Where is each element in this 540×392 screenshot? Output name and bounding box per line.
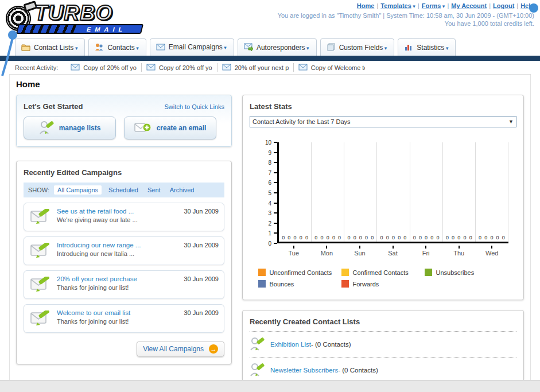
tab-contact-lists[interactable]: Contact Lists ▾: [15, 38, 85, 56]
campaign-title-link[interactable]: Welcome to our email list: [57, 309, 179, 316]
turbo-email-dashboard: TURBO EMAIL Home|Templates ▾|Forms ▾|My …: [0, 0, 540, 392]
help-bubble-icon[interactable]: [529, 3, 538, 13]
autoresponder-icon: [244, 43, 253, 51]
filter-scheduled[interactable]: Scheduled: [108, 187, 138, 193]
envelope-pencil-icon: [30, 277, 51, 294]
bar-value-label: 0: [413, 235, 416, 240]
campaign-text: See us at the retail food ...We're givin…: [57, 208, 179, 223]
legend-item-forwards: Forwards: [341, 280, 425, 288]
campaign-date: 30 Jun 2009: [184, 309, 219, 316]
show-filter-label: SHOW:: [28, 187, 49, 193]
x-axis-day: Sun: [343, 250, 376, 257]
logo-email-label: EMAIL: [75, 26, 142, 33]
create-an-email-button[interactable]: create an email: [124, 117, 216, 139]
campaign-subtitle: Thanks for joining our list!: [57, 284, 179, 291]
switch-quick-links-link[interactable]: Switch to Quick Links: [164, 103, 224, 110]
filter-sent[interactable]: Sent: [147, 187, 161, 193]
y-axis-tick-label: 10: [265, 139, 271, 146]
manage-lists-button[interactable]: manage lists: [24, 117, 116, 139]
bar-value-label: 0: [380, 235, 383, 240]
nav-link-home[interactable]: Home: [357, 2, 375, 9]
bar-value-labels: 00000: [279, 235, 311, 240]
filter-all-campaigns[interactable]: All Campaigns: [54, 185, 102, 195]
contact-list-name-link[interactable]: Exhibition List: [270, 341, 311, 348]
filter-archived[interactable]: Archived: [170, 187, 195, 193]
header-top-right: Home|Templates ▾|Forms ▾|My Account|Logo…: [278, 2, 534, 27]
recent-activity-item[interactable]: Copy of 20% off yo: [66, 63, 142, 72]
y-axis-tick-label: 5: [268, 190, 271, 196]
chart-day-group: 00000: [443, 142, 476, 242]
recent-activity-item-text: Copy of Welcome to: [311, 64, 365, 71]
bar-value-label: 0: [321, 235, 324, 240]
person-pencil-icon: [250, 363, 265, 378]
tab-statistics[interactable]: Statistics ▾: [398, 38, 456, 56]
campaign-item[interactable]: See us at the retail food ...We're givin…: [24, 203, 224, 231]
contacts-icon: [95, 43, 104, 51]
recent-activity-item[interactable]: Copy of Welcome to: [294, 63, 370, 72]
stats-report-dropdown[interactable]: Contact Activity for the Last 7 Days ▼: [250, 116, 516, 127]
recently-edited-campaigns-panel: Recently Edited Campaigns SHOW: All Camp…: [16, 161, 232, 364]
campaign-item[interactable]: Welcome to our email listThanks for join…: [24, 304, 224, 333]
credits-remaining: You have 1,000 total credits left.: [278, 20, 534, 27]
nav-link-logout[interactable]: Logout: [493, 2, 514, 9]
tab-autoresponders[interactable]: Autoresponders ▾: [238, 38, 317, 56]
folder-icon: [21, 43, 30, 51]
chart-day-group: 00000: [279, 142, 312, 242]
bar-value-label: 0: [496, 235, 499, 240]
recent-activity-item[interactable]: Copy of 20% off yo: [142, 63, 217, 72]
contact-list-detail: - (0 Contacts): [338, 367, 378, 374]
campaign-item[interactable]: 20% off your next purchaseThanks for joi…: [24, 270, 224, 299]
campaign-item[interactable]: Introducing our new range ...Introducing…: [24, 236, 224, 265]
campaign-title-link[interactable]: 20% off your next purchase: [57, 275, 179, 282]
legend-swatch: [341, 269, 349, 276]
campaign-subtitle: Thanks for joining our list!: [57, 318, 179, 325]
nav-link-my-account[interactable]: My Account: [451, 2, 487, 9]
bar-value-labels: 00000: [377, 235, 409, 240]
y-axis-tick-label: 8: [268, 160, 271, 166]
y-axis-tick-label: 2: [268, 220, 271, 226]
x-axis-day: Mon: [310, 250, 344, 257]
envelope-pencil-icon: [30, 243, 51, 260]
tab-label: Autoresponders: [257, 44, 305, 52]
legend-swatch: [341, 280, 349, 288]
bar-value-label: 0: [365, 235, 368, 240]
envelope-icon: [146, 64, 156, 72]
bar-value-label: 0: [479, 235, 481, 240]
legend-label: Confirmed Contacts: [353, 269, 409, 276]
contact-list-item[interactable]: Exhibition List - (0 Contacts): [250, 337, 516, 352]
bar-value-label: 0: [300, 235, 302, 240]
main-content: Home Let's Get Started Switch to Quick L…: [9, 75, 531, 380]
legend-swatch: [258, 280, 266, 288]
bar-value-label: 0: [371, 235, 374, 240]
contact-list-name-link[interactable]: Newsletter Subscribers: [270, 367, 338, 374]
recent-activity-item[interactable]: 20% off your next p: [217, 63, 294, 72]
tab-label: Contacts: [107, 44, 134, 52]
turbo-email-logo[interactable]: TURBO EMAIL: [5, 2, 148, 34]
campaign-title-link[interactable]: See us at the retail food ...: [57, 208, 179, 215]
nav-link-forms[interactable]: Forms: [422, 2, 441, 9]
content-sheet: TURBO EMAIL Home|Templates ▾|Forms ▾|My …: [0, 0, 540, 381]
x-axis-tick-label: Tue: [277, 246, 310, 258]
tab-contacts[interactable]: Contacts ▾: [88, 38, 146, 56]
nav-separator: |: [516, 2, 518, 9]
campaign-subtitle: We're giving away our late ...: [57, 216, 179, 223]
view-all-campaigns-button[interactable]: View All Campaigns →: [137, 341, 224, 357]
dropdown-caret-icon: ▼: [508, 119, 514, 125]
tab-custom-fields[interactable]: Custom Fields ▾: [320, 38, 395, 56]
x-axis-tick: [359, 246, 360, 249]
x-axis-tick-label: Wed: [475, 246, 508, 258]
x-axis-day: Sat: [376, 250, 410, 257]
button-label: manage lists: [59, 124, 101, 132]
envelope-pencil-icon: [30, 311, 51, 328]
contact-list-detail: - (0 Contacts): [311, 341, 351, 348]
nav-link-templates[interactable]: Templates: [380, 2, 411, 9]
contact-list-item[interactable]: Newsletter Subscribers - (0 Contacts): [250, 363, 516, 378]
bar-value-label: 0: [490, 235, 493, 240]
campaign-title-link[interactable]: Introducing our new range ...: [57, 242, 179, 249]
legend-item-unsubscribes: Unsubscribes: [425, 269, 508, 276]
tab-email-campaigns[interactable]: Email Campaigns ▾: [150, 38, 234, 56]
bar-value-label: 0: [425, 235, 428, 240]
custom-fields-icon: [327, 43, 336, 51]
right-column: Latest Stats Contact Activity for the La…: [242, 95, 524, 381]
campaigns-title: Recently Edited Campaigns: [24, 168, 224, 177]
